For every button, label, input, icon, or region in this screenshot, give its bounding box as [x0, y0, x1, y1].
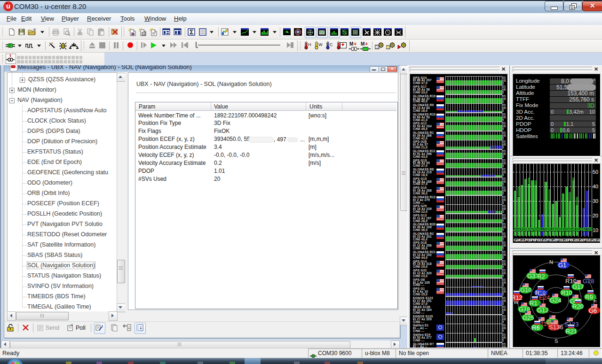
svg-text:G12: G12 [537, 307, 549, 314]
svg-text:R21: R21 [566, 328, 577, 335]
svg-text:R9: R9 [585, 294, 593, 301]
svg-text:G1: G1 [558, 262, 566, 269]
svg-text:G17: G17 [572, 283, 584, 290]
svg-text:E24: E24 [539, 294, 550, 301]
svg-text:G10: G10 [520, 287, 532, 294]
svg-text:01: 01 [143, 32, 145, 35]
svg-text:G24: G24 [550, 297, 562, 304]
svg-text:G25: G25 [523, 314, 534, 321]
svg-text:S136: S136 [549, 324, 563, 331]
svg-text:G28: G28 [583, 278, 594, 285]
svg-text:R20: R20 [572, 303, 584, 310]
svg-text:S: S [554, 338, 558, 344]
svg-text:R2: R2 [537, 273, 545, 280]
svg-text:R1: R1 [530, 300, 538, 307]
svg-text:G6: G6 [589, 307, 597, 314]
svg-text:R12: R12 [513, 294, 523, 301]
svg-text:N: N [549, 259, 553, 265]
svg-text:R10: R10 [561, 289, 572, 296]
svg-text:R6: R6 [532, 324, 540, 331]
